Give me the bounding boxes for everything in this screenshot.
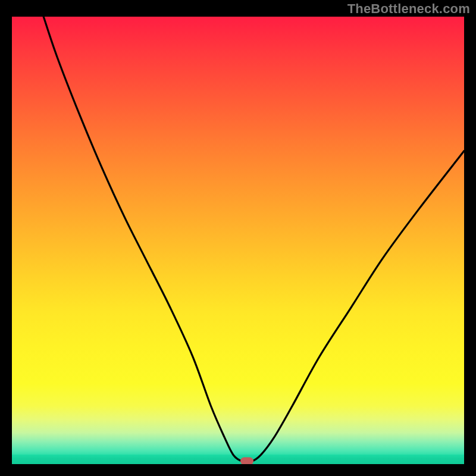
plot-area: [12, 17, 464, 464]
curve-svg: [12, 17, 464, 464]
watermark-text: TheBottleneck.com: [347, 1, 470, 17]
chart-frame: TheBottleneck.com: [0, 0, 476, 476]
bottleneck-curve: [43, 17, 464, 462]
optimal-point-marker: [240, 458, 253, 464]
